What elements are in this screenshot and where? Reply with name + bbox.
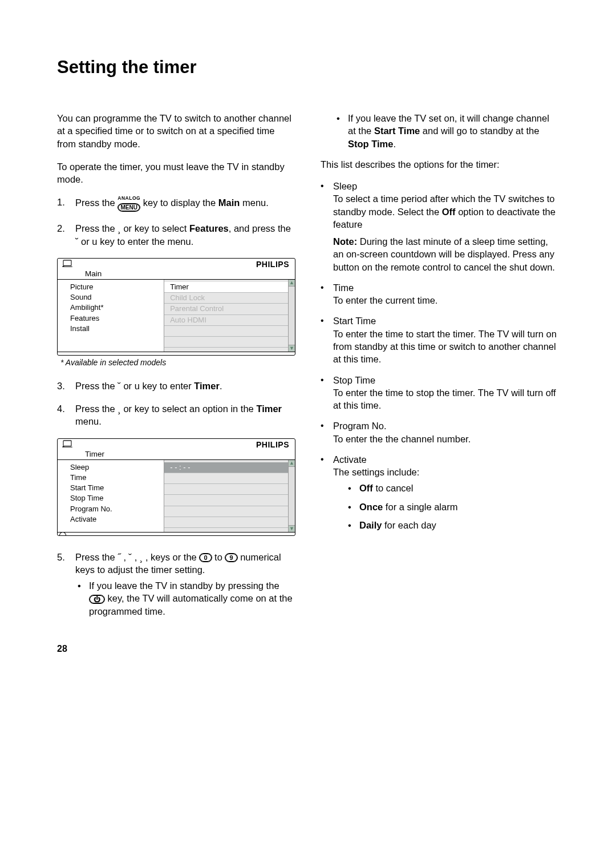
osd-item: Parental Control <box>164 304 295 314</box>
option-body: The settings include: <box>333 466 559 478</box>
option-head: Start Time <box>333 314 559 327</box>
svg-rect-0 <box>63 260 71 266</box>
osd-body: Picture Sound Ambilight* Features Instal… <box>58 280 295 352</box>
brand-label: PHILIPS <box>256 440 289 449</box>
osd-main-menu: PHILIPS Main Picture Sound Ambilight* Fe… <box>57 258 295 356</box>
step-2: 2. Press the ¸ or key to select Features… <box>57 222 295 248</box>
option-start-time: Start Time To enter the time to start th… <box>321 314 559 365</box>
step-4: 4. Press the ¸ or key to select an optio… <box>57 402 295 428</box>
osd-footer <box>58 532 295 535</box>
osd-right-col: Timer Child Lock Parental Control Auto H… <box>164 280 295 352</box>
footnote: * Available in selected models <box>60 358 295 367</box>
svg-rect-1 <box>63 441 71 446</box>
osd-item: Sleep <box>58 462 164 473</box>
option-head: Program No. <box>333 420 559 432</box>
step-number: 5. <box>57 551 75 623</box>
option-stop-time: Stop Time To enter the time to stop the … <box>321 374 559 412</box>
activate-daily: Daily for each day <box>348 519 559 531</box>
osd-item <box>164 506 295 517</box>
step-3: 3. Press the ˘ or u key to enter Timer. <box>57 380 295 392</box>
step-body: Press the ˘ or u key to enter Timer. <box>75 380 295 392</box>
step-number: 3. <box>57 380 75 392</box>
osd-body: Sleep Time Start Time Stop Time Program … <box>58 460 295 532</box>
scroll-up-icon: ▲ <box>289 280 295 287</box>
step-number: 2. <box>57 222 75 248</box>
scroll-down-icon: ▼ <box>289 345 295 352</box>
step5-sub: If you leave the TV in standby by pressi… <box>75 579 295 618</box>
osd-item-selected: Timer <box>164 282 295 293</box>
osd-item <box>164 337 295 348</box>
osd-item: Ambilight* <box>58 303 164 313</box>
brand-label: PHILIPS <box>256 260 289 269</box>
menu-key-icon: ANALOG MENU <box>117 196 140 212</box>
osd-item <box>164 326 295 337</box>
osd-item <box>164 484 295 495</box>
osd-left-col: Picture Sound Ambilight* Features Instal… <box>58 280 164 352</box>
tv-icon <box>61 440 74 450</box>
osd-item: Program No. <box>58 504 164 514</box>
osd-header: PHILIPS <box>58 259 295 269</box>
steps-list-cont: 3. Press the ˘ or u key to enter Timer. … <box>57 380 295 428</box>
option-head: Stop Time <box>333 374 559 386</box>
activate-sublist: Off to cancel Once for a single alarm Da… <box>333 482 559 531</box>
osd-header: PHILIPS <box>58 439 295 450</box>
activate-off: Off to cancel <box>348 482 559 494</box>
step-number: 1. <box>57 196 75 212</box>
tv-icon <box>61 260 74 269</box>
osd-timer-menu: PHILIPS Timer Sleep Time Start Time Stop… <box>57 438 295 536</box>
right-column: If you leave the TV set on, it will chan… <box>321 112 559 654</box>
scroll-down-icon: ▼ <box>289 525 295 532</box>
intro-2: To operate the timer, you must leave the… <box>57 160 295 186</box>
osd-item: Auto HDMI <box>164 315 295 326</box>
power-key-icon <box>89 595 105 604</box>
option-body: To select a time period after which the … <box>333 192 559 231</box>
osd-item: Picture <box>58 282 164 292</box>
osd-item: Features <box>58 313 164 324</box>
option-head: Time <box>333 281 559 294</box>
option-body: To enter the the channel number. <box>333 433 559 445</box>
step-body: Press the ¸ or key to select an option i… <box>75 402 295 428</box>
step5-sub-cont: If you leave the TV set on, it will chan… <box>321 112 559 150</box>
step-body: Press the ANALOG MENU key to display the… <box>75 196 295 212</box>
osd-item: Time <box>58 473 164 483</box>
osd-right-col: - - : - - ▲ ▼ <box>164 460 295 532</box>
osd-title: Main <box>58 269 295 280</box>
osd-item: Child Lock <box>164 293 295 304</box>
option-activate: Activate The settings include: Off to ca… <box>321 453 559 537</box>
step-body: Press the ¸ or key to select Features, a… <box>75 222 295 248</box>
option-body: To enter the time to stop the timer. The… <box>333 386 559 412</box>
osd-item <box>164 348 295 356</box>
osd-left-col: Sleep Time Start Time Stop Time Program … <box>58 460 164 532</box>
page: Setting the timer You can programme the … <box>0 0 616 683</box>
steps-list: 1. Press the ANALOG MENU key to display … <box>57 196 295 248</box>
option-note: Note: During the last minute of a sleep … <box>333 235 559 273</box>
osd-item: Stop Time <box>58 493 164 503</box>
osd-item: Activate <box>58 514 164 525</box>
num-key-9: 9 <box>225 553 237 562</box>
osd-item <box>164 473 295 484</box>
left-column: You can programme the TV to switch to an… <box>57 112 295 654</box>
osd-scrollbar: ▲ ▼ <box>288 460 295 532</box>
step-5: 5. Press the ˝ , ˘ , ¸ , keys or the 0 t… <box>57 551 295 623</box>
option-head: Sleep <box>333 180 559 192</box>
step5-sub-b: If you leave the TV set on, it will chan… <box>337 112 559 150</box>
option-time: Time To enter the current time. <box>321 281 559 307</box>
num-key-0: 0 <box>199 553 212 562</box>
osd-item: Install <box>58 324 164 334</box>
osd-scrollbar: ▲ ▼ <box>288 280 295 352</box>
option-head: Activate <box>333 453 559 466</box>
option-program-no: Program No. To enter the the channel num… <box>321 420 559 445</box>
step-number: 4. <box>57 402 75 428</box>
osd-item <box>164 517 295 528</box>
steps-list-cont2: 5. Press the ˝ , ˘ , ¸ , keys or the 0 t… <box>57 551 295 623</box>
osd-item: Sound <box>58 292 164 303</box>
page-number: 28 <box>57 644 295 654</box>
page-title: Setting the timer <box>57 57 559 78</box>
option-body: To enter the time to start the timer. Th… <box>333 328 559 366</box>
osd-item <box>164 495 295 506</box>
step-body: Press the ˝ , ˘ , ¸ , keys or the 0 to 9… <box>75 551 295 623</box>
scroll-up-icon: ▲ <box>289 460 295 467</box>
option-body: To enter the current time. <box>333 294 559 306</box>
options-intro: This list describes the options for the … <box>321 158 559 171</box>
two-column-layout: You can programme the TV to switch to an… <box>57 112 559 654</box>
